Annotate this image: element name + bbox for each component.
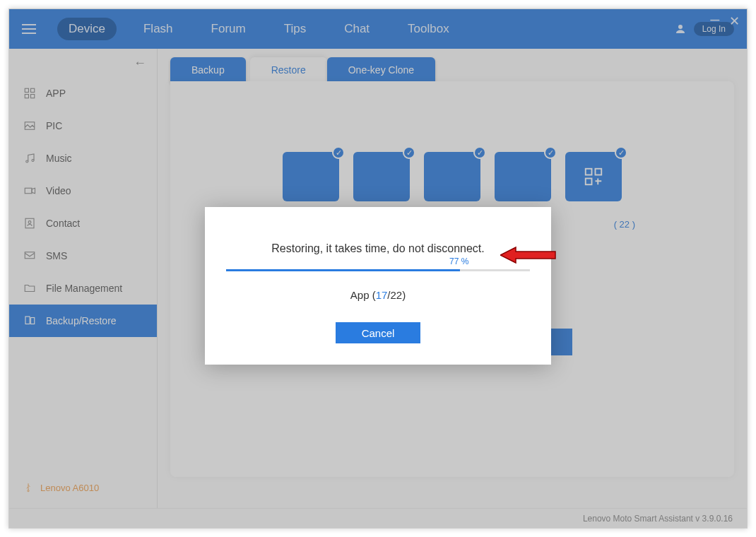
progress-bar: 77 % [226,269,530,283]
progress-label: App (17/22) [226,289,530,301]
annotation-arrow [500,244,557,268]
dialog-message: Restoring, it takes time, do not disconn… [226,242,530,255]
restore-progress-dialog: Restoring, it takes time, do not disconn… [205,207,551,365]
progress-percent: 77 % [449,256,468,266]
app-window: Device Flash Forum Tips Chat Toolbox Log… [8,8,748,529]
svg-marker-19 [500,247,555,263]
dialog-cancel-button[interactable]: Cancel [336,322,420,343]
